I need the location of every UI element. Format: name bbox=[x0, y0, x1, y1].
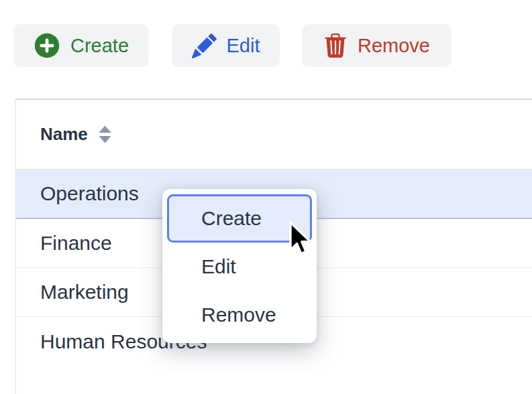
context-menu: Create Edit Remove bbox=[162, 189, 317, 343]
table-cell-name: Operations bbox=[40, 182, 139, 205]
context-menu-item-label: Create bbox=[201, 207, 262, 230]
column-header-name[interactable]: Name bbox=[16, 100, 532, 170]
create-button-label: Create bbox=[70, 35, 129, 57]
edit-button-label: Edit bbox=[227, 35, 260, 57]
context-menu-item-edit[interactable]: Edit bbox=[167, 243, 312, 291]
context-menu-item-label: Edit bbox=[201, 255, 236, 278]
edit-button[interactable]: Edit bbox=[172, 24, 280, 67]
pencil-icon bbox=[192, 34, 217, 58]
remove-button-label: Remove bbox=[358, 35, 430, 57]
table-cell-name: Marketing bbox=[40, 281, 129, 304]
app-canvas: Create Edit Remove Name bbox=[0, 0, 532, 394]
context-menu-item-label: Remove bbox=[201, 304, 276, 326]
context-menu-item-remove[interactable]: Remove bbox=[167, 291, 312, 339]
context-menu-item-create[interactable]: Create bbox=[167, 194, 312, 243]
trash-icon bbox=[323, 33, 348, 58]
sort-arrows-icon bbox=[97, 124, 113, 145]
column-header-label: Name bbox=[40, 124, 88, 145]
remove-button[interactable]: Remove bbox=[302, 24, 451, 67]
plus-circle-icon bbox=[34, 32, 60, 59]
create-button[interactable]: Create bbox=[13, 24, 149, 67]
table-cell-name: Finance bbox=[40, 232, 112, 255]
